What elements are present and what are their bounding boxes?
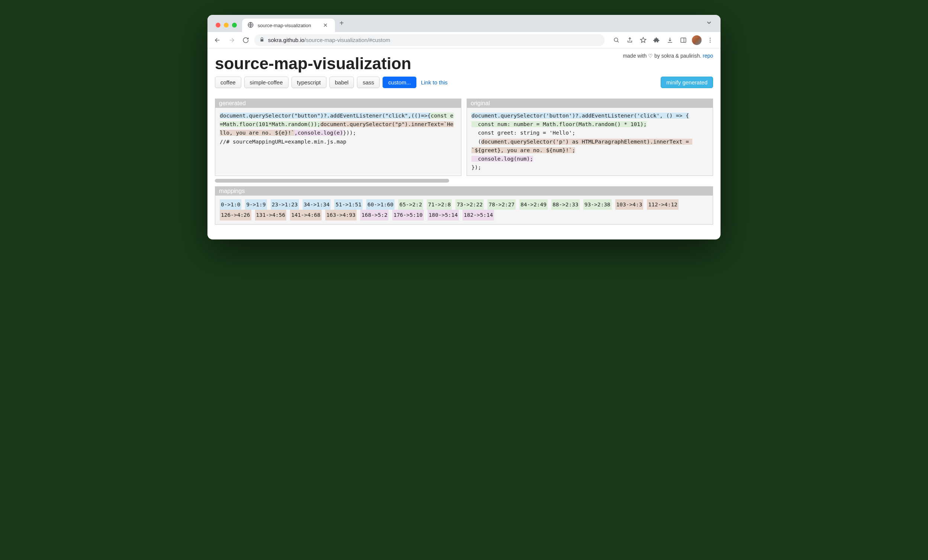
page-content: made with ♡ by sokra & paulirish. repo s… xyxy=(208,48,720,240)
window-close-button[interactable] xyxy=(216,23,220,27)
globe-icon xyxy=(247,21,254,29)
mapping-item[interactable]: 73->2:22 xyxy=(455,199,484,210)
svg-point-5 xyxy=(710,41,711,43)
reload-button[interactable] xyxy=(240,35,251,46)
mapping-item[interactable]: 60->1:60 xyxy=(366,199,394,210)
mappings-list[interactable]: 0->1:09->1:923->1:2334->1:3451->1:5160->… xyxy=(215,195,713,224)
mapping-item[interactable]: 51->1:51 xyxy=(334,199,362,210)
window-minimize-button[interactable] xyxy=(224,23,229,27)
mapping-item[interactable]: 126->4:26 xyxy=(220,210,251,220)
tab-strip: source-map-visualization ✕ + xyxy=(208,15,720,32)
svg-point-1 xyxy=(614,38,618,42)
url-text: sokra.github.io/source-map-visualization… xyxy=(268,37,391,43)
profile-avatar[interactable] xyxy=(691,34,703,46)
forward-button[interactable] xyxy=(226,35,237,46)
generated-panel: generated document.querySelector("button… xyxy=(215,99,461,176)
generated-code[interactable]: document.querySelector("button")?.addEve… xyxy=(215,108,461,175)
code-panels: generated document.querySelector("button… xyxy=(215,99,713,176)
browser-tab[interactable]: source-map-visualization ✕ xyxy=(242,18,335,32)
browser-toolbar: sokra.github.io/source-map-visualization… xyxy=(208,32,720,48)
mapping-item[interactable]: 176->5:10 xyxy=(392,210,424,220)
mapping-item[interactable]: 23->1:23 xyxy=(271,199,299,210)
lock-icon xyxy=(259,37,264,43)
repo-link[interactable]: repo xyxy=(703,53,713,59)
browser-window: source-map-visualization ✕ + sokra.githu… xyxy=(208,15,720,240)
mapping-item[interactable]: 71->2:8 xyxy=(427,199,452,210)
mappings-header: mappings xyxy=(215,187,713,195)
sass-button[interactable]: sass xyxy=(357,76,380,88)
generated-header: generated xyxy=(215,99,461,108)
coffee-button[interactable]: coffee xyxy=(215,76,241,88)
mapping-item[interactable]: 112->4:12 xyxy=(647,199,679,210)
mapping-item[interactable]: 84->2:49 xyxy=(519,199,548,210)
typescript-button[interactable]: typescript xyxy=(292,76,327,88)
extensions-icon[interactable] xyxy=(651,34,662,46)
mapping-item[interactable]: 180->5:14 xyxy=(427,210,459,220)
mappings-panel: mappings 0->1:09->1:923->1:2334->1:3451-… xyxy=(215,186,713,224)
tabs-dropdown-button[interactable] xyxy=(706,19,717,32)
traffic-lights xyxy=(211,23,242,32)
mapping-item[interactable]: 65->2:2 xyxy=(398,199,423,210)
mapping-item[interactable]: 131->4:56 xyxy=(255,210,287,220)
window-maximize-button[interactable] xyxy=(232,23,237,27)
mapping-item[interactable]: 9->1:9 xyxy=(245,199,267,210)
mapping-item[interactable]: 93->2:38 xyxy=(583,199,612,210)
original-header: original xyxy=(467,99,713,108)
babel-button[interactable]: babel xyxy=(330,76,354,88)
download-icon[interactable] xyxy=(664,34,676,46)
search-icon[interactable] xyxy=(611,34,623,46)
toolbar-actions xyxy=(607,34,716,46)
svg-point-3 xyxy=(710,38,711,39)
mapping-item[interactable]: 163->4:93 xyxy=(325,210,357,220)
mapping-item[interactable]: 0->1:0 xyxy=(220,199,241,210)
scrollbar-thumb[interactable] xyxy=(215,179,449,183)
original-panel: original document.querySelector('button'… xyxy=(467,99,713,176)
credit-text: made with ♡ by sokra & paulirish. repo xyxy=(623,53,713,59)
sidepanel-icon[interactable] xyxy=(678,34,689,46)
example-buttons: coffee simple-coffee typescript babel sa… xyxy=(215,76,713,88)
share-icon[interactable] xyxy=(624,34,636,46)
tab-title: source-map-visualization xyxy=(258,23,311,28)
mapping-item[interactable]: 182->5:14 xyxy=(462,210,494,220)
svg-rect-2 xyxy=(681,38,686,43)
mapping-item[interactable]: 34->1:34 xyxy=(303,199,331,210)
link-to-this[interactable]: Link to this xyxy=(420,79,448,85)
back-button[interactable] xyxy=(212,35,223,46)
mapping-item[interactable]: 141->4:68 xyxy=(290,210,322,220)
mapping-item[interactable]: 103->4:3 xyxy=(615,199,644,210)
original-code[interactable]: document.querySelector('button')?.addEve… xyxy=(467,108,713,175)
new-tab-button[interactable]: + xyxy=(335,16,348,32)
horizontal-scrollbar[interactable] xyxy=(215,179,713,183)
minify-generated-button[interactable]: minify generated xyxy=(661,76,713,88)
tab-close-button[interactable]: ✕ xyxy=(321,21,330,29)
bookmark-star-icon[interactable] xyxy=(637,34,649,46)
address-bar[interactable]: sokra.github.io/source-map-visualization… xyxy=(254,34,604,46)
svg-point-4 xyxy=(710,40,711,41)
simple-coffee-button[interactable]: simple-coffee xyxy=(244,76,288,88)
menu-icon[interactable] xyxy=(704,34,716,46)
custom-button[interactable]: custom... xyxy=(383,76,417,88)
mapping-item[interactable]: 88->2:33 xyxy=(551,199,580,210)
mapping-item[interactable]: 168->5:2 xyxy=(360,210,389,220)
heart-icon: ♡ xyxy=(648,53,653,59)
mapping-item[interactable]: 78->2:27 xyxy=(487,199,516,210)
